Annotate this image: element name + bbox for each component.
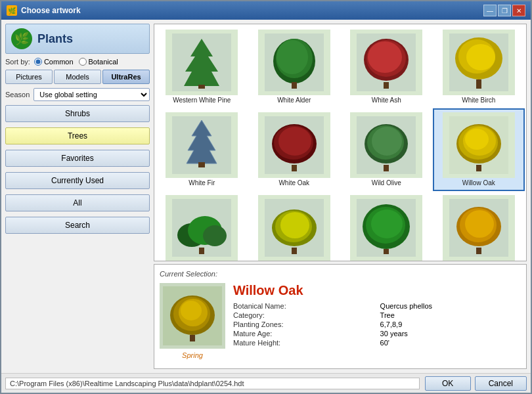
info-panel: Current Selection: (154, 264, 527, 369)
sort-botanical-option[interactable]: Botanical (79, 58, 118, 66)
plant-thumb-white-ash (350, 30, 422, 95)
svg-point-46 (280, 212, 309, 238)
content-area: 🌿 Plants Sort by: Common Botanical (1, 20, 531, 373)
plant-thumb-western-white-pine (166, 30, 238, 95)
svg-rect-21 (198, 162, 205, 167)
svg-point-25 (278, 127, 311, 156)
status-bar: C:\Program Files (x86)\Realtime Landscap… (1, 373, 531, 393)
zones-value: 6,7,8,9 (380, 320, 521, 328)
svg-point-36 (465, 129, 489, 150)
svg-rect-63 (190, 335, 195, 341)
window-title: Choose artwork (21, 6, 81, 15)
tab-ultrares[interactable]: UltraRes (102, 70, 150, 84)
plant-grid: Western White Pine (154, 24, 526, 261)
svg-rect-37 (476, 165, 481, 171)
sort-row: Sort by: Common Botanical (5, 58, 150, 66)
svg-point-11 (368, 41, 402, 73)
info-table: Botanical Name: Quercus phellos Category… (233, 302, 521, 347)
plant-cell-9[interactable] (156, 191, 248, 261)
plant-label-wild-olive: Wild Olive (370, 179, 403, 187)
info-thumb (160, 283, 225, 349)
info-content: Spring Willow Oak Botanical Name: Quercu… (160, 283, 521, 359)
plant-label-white-oak: White Oak (277, 179, 311, 187)
plant-cell-10[interactable] (248, 191, 341, 261)
plant-cell-white-oak[interactable]: White Oak (248, 108, 341, 191)
sort-botanical-radio[interactable] (79, 58, 87, 66)
plant-image-western-white-pine (172, 33, 231, 91)
sort-common-radio[interactable] (34, 58, 42, 66)
plant-label-white-alder: White Alder (276, 97, 312, 104)
svg-point-41 (203, 225, 227, 246)
restore-button[interactable]: ❐ (498, 5, 511, 16)
category-shrubs[interactable]: Shrubs (5, 105, 150, 122)
plant-label-western-white-pine: Western White Pine (171, 97, 232, 104)
botanical-name-value: Quercus phellos (380, 302, 521, 310)
title-bar-left: 🌿 Choose artwork (7, 5, 81, 16)
panel-header: 🌿 Plants (5, 24, 150, 54)
svg-point-30 (372, 127, 402, 156)
plant-cell-12[interactable] (433, 191, 525, 261)
plant-cell-white-fir[interactable]: White Fir (156, 108, 248, 191)
svg-point-6 (277, 40, 308, 74)
plant-image-10 (265, 199, 324, 257)
plant-cell-western-white-pine[interactable]: Western White Pine (156, 26, 248, 108)
plant-thumb-10 (258, 195, 330, 261)
sort-common-label: Common (44, 58, 74, 66)
plant-cell-white-birch[interactable]: White Birch (433, 26, 525, 108)
category-trees[interactable]: Trees (5, 127, 150, 144)
cancel-button[interactable]: Cancel (475, 376, 527, 391)
current-selection-label: Current Selection: (160, 270, 521, 278)
info-thumb-area: Spring (160, 283, 225, 359)
age-key: Mature Age: (233, 330, 375, 338)
close-button[interactable]: ✕ (512, 5, 525, 16)
category-favorites[interactable]: Favorites (5, 150, 150, 167)
plant-cell-white-alder[interactable]: White Alder (248, 26, 341, 108)
ok-button[interactable]: OK (425, 376, 471, 391)
sort-label: Sort by: (5, 58, 30, 66)
plant-grid-area[interactable]: Western White Pine (154, 24, 527, 261)
plant-thumb-wild-olive (350, 112, 422, 178)
botanical-name-key: Botanical Name: (233, 302, 375, 310)
plant-cell-11[interactable] (340, 191, 433, 261)
plant-label-willow-oak: Willow Oak (461, 179, 497, 187)
sort-botanical-label: Botanical (89, 58, 118, 66)
sort-radio-group: Common Botanical (34, 58, 118, 66)
svg-rect-7 (292, 82, 297, 89)
season-select[interactable]: Use global setting (33, 88, 150, 101)
sort-common-option[interactable]: Common (34, 58, 74, 66)
info-thumb-image (163, 286, 222, 345)
plant-cell-wild-olive[interactable]: Wild Olive (340, 108, 433, 191)
plant-cell-willow-oak[interactable]: Willow Oak (433, 108, 525, 191)
plant-thumb-11 (350, 195, 422, 261)
category-currently-used[interactable]: Currently Used (5, 172, 150, 189)
info-plant-name: Willow Oak (233, 283, 521, 298)
svg-rect-42 (199, 248, 204, 254)
svg-point-62 (181, 301, 202, 320)
svg-rect-26 (292, 165, 297, 171)
svg-rect-52 (384, 249, 389, 254)
category-all[interactable]: All (5, 194, 150, 211)
plant-label-white-ash: White Ash (370, 97, 403, 104)
plant-image-11 (357, 199, 416, 257)
plant-label-white-birch: White Birch (460, 97, 497, 104)
plant-label-white-fir: White Fir (187, 179, 216, 187)
plant-image-white-alder (265, 33, 324, 91)
tab-models[interactable]: Models (54, 70, 101, 84)
zones-key: Planting Zones: (233, 320, 375, 328)
plant-image-white-ash (357, 33, 416, 91)
status-path: C:\Program Files (x86)\Realtime Landscap… (5, 378, 420, 389)
category-search[interactable]: Search (5, 217, 150, 234)
minimize-button[interactable]: — (483, 5, 497, 16)
plants-icon: 🌿 (11, 28, 32, 49)
right-panel: Western White Pine (154, 24, 527, 369)
svg-rect-2 (198, 85, 205, 89)
plant-thumb-12 (443, 195, 515, 261)
tab-pictures[interactable]: Pictures (5, 70, 53, 84)
svg-rect-57 (476, 248, 481, 254)
plant-image-willow-oak (449, 116, 508, 174)
info-thumb-season-label: Spring (182, 351, 203, 359)
plant-image-12 (449, 199, 508, 257)
plant-cell-white-ash[interactable]: White Ash (340, 26, 433, 108)
age-value: 30 years (380, 330, 521, 338)
svg-point-51 (371, 209, 403, 238)
